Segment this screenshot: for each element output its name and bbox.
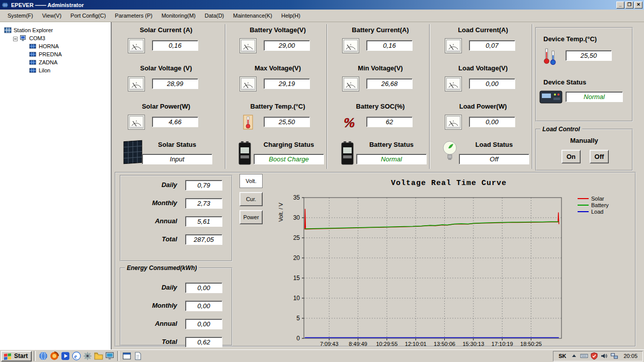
gauge-label: Solar Current (A) bbox=[117, 26, 215, 34]
start-button[interactable]: Start bbox=[1, 351, 32, 361]
menu-maintenance[interactable]: Maintenance(K) bbox=[228, 11, 277, 21]
gauge-value-box: 29,00 bbox=[264, 40, 310, 51]
svg-text:15:30:13: 15:30:13 bbox=[462, 341, 484, 346]
tree-station-label: ZADNA bbox=[39, 59, 57, 65]
tab-current[interactable]: Cur. bbox=[239, 192, 263, 206]
energy-consumed-group-label: Energy Consumed(kWh) bbox=[125, 264, 199, 272]
svg-text:13:50:06: 13:50:06 bbox=[434, 341, 455, 346]
solar-panel-icon bbox=[122, 138, 144, 167]
tree-item-predna[interactable]: PREDNA bbox=[29, 50, 62, 58]
energy-row-label: Total bbox=[125, 338, 177, 345]
language-indicator[interactable]: SK bbox=[556, 353, 568, 359]
maximize-button[interactable]: ❐ bbox=[625, 2, 633, 9]
close-button[interactable]: ✕ bbox=[634, 2, 642, 9]
document-icon[interactable] bbox=[133, 351, 142, 360]
internet-explorer-icon[interactable]: e bbox=[72, 351, 81, 360]
menu-port-config[interactable]: Port Config(C) bbox=[66, 11, 110, 21]
device-icon bbox=[539, 90, 562, 104]
tree-station-label: HORNA bbox=[39, 43, 59, 49]
svg-text:10: 10 bbox=[293, 295, 300, 302]
menu-bar: System(F) View(V) Port Config(C) Paramet… bbox=[0, 10, 644, 22]
energy-value: 0,00 bbox=[186, 319, 222, 329]
menu-data[interactable]: Data(D) bbox=[200, 11, 229, 21]
load-column: Load Current(A) 0,07 Load Voltage(V) 0,0… bbox=[434, 22, 532, 171]
gauge-label: Battery SOC(%) bbox=[331, 103, 430, 110]
station-explorer-icon bbox=[4, 27, 12, 34]
tab-volt[interactable]: Volt. bbox=[239, 174, 263, 188]
tree-item-horna[interactable]: HORNA bbox=[29, 42, 59, 50]
energy-row-label: Annual bbox=[125, 217, 177, 225]
gauge-value-box: 0,00 bbox=[469, 117, 515, 127]
taskbar-separator bbox=[117, 351, 119, 361]
gauge-value-box: 0,16 bbox=[152, 40, 198, 51]
menu-view[interactable]: View(V) bbox=[38, 11, 66, 21]
meter-icon bbox=[128, 115, 145, 130]
gauge-value-box: 29,19 bbox=[264, 78, 310, 89]
gauge-value: 0,16 bbox=[152, 41, 198, 50]
gauge-value: 0,00 bbox=[469, 117, 515, 127]
energy-value: 0,00 bbox=[186, 283, 222, 293]
gauge-value: 28,99 bbox=[152, 79, 198, 88]
meter-icon bbox=[128, 76, 145, 92]
legend-label: Solar bbox=[591, 196, 604, 202]
firefox-icon[interactable] bbox=[50, 351, 59, 360]
gauge-value: 4,66 bbox=[152, 117, 198, 127]
tree-item-lilon[interactable]: Lilon bbox=[29, 66, 50, 74]
svg-text:10:29:55: 10:29:55 bbox=[376, 341, 397, 346]
battery-icon bbox=[336, 138, 358, 167]
tab-power[interactable]: Power bbox=[239, 210, 263, 224]
security-shield-icon[interactable] bbox=[590, 352, 598, 360]
collapse-expander-icon[interactable] bbox=[13, 36, 18, 41]
meter-icon bbox=[239, 38, 257, 53]
energy-row-label: Monthly bbox=[125, 302, 177, 309]
energy-value-box: 0,00 bbox=[185, 283, 222, 293]
menu-monitoring[interactable]: Monitoring(M) bbox=[157, 11, 200, 21]
gauge-value: 0,16 bbox=[367, 41, 412, 50]
menu-system[interactable]: System(F) bbox=[3, 11, 38, 21]
media-player-icon[interactable] bbox=[61, 351, 70, 360]
device-status-box: Normal bbox=[566, 92, 623, 102]
load-on-button[interactable]: On bbox=[561, 150, 581, 163]
menu-parameters[interactable]: Parameters (P) bbox=[110, 11, 157, 21]
minimize-button[interactable]: _ bbox=[616, 2, 624, 9]
energy-value-box: 0,62 bbox=[185, 337, 222, 347]
gauge-value-box: 0,07 bbox=[469, 40, 515, 51]
menu-help[interactable]: Help(H) bbox=[277, 11, 305, 21]
volume-icon[interactable] bbox=[600, 352, 608, 360]
status-box: Off bbox=[459, 154, 529, 164]
hidden-icons-arrow[interactable] bbox=[570, 352, 578, 360]
svg-text:5: 5 bbox=[296, 315, 300, 322]
tree-root-station-explorer[interactable]: Station Explorer bbox=[4, 26, 53, 34]
tree-item-com3[interactable]: COM3 bbox=[13, 34, 45, 42]
folder-icon[interactable] bbox=[94, 351, 103, 360]
keyboard-icon[interactable] bbox=[580, 352, 588, 360]
browser-globe-icon[interactable] bbox=[39, 351, 48, 360]
tree-item-zadna[interactable]: ZADNA bbox=[29, 58, 57, 66]
meter-icon bbox=[445, 76, 462, 92]
energy-row: Monthly 2,73 bbox=[121, 198, 231, 209]
windows-logo-icon bbox=[4, 352, 12, 360]
settings-gear-icon[interactable] bbox=[83, 351, 92, 360]
status-label: Charging Status bbox=[254, 141, 324, 148]
gauge-value-box: 4,66 bbox=[152, 117, 198, 127]
gauge-label: Solar Voltage (V) bbox=[117, 64, 215, 72]
app-window-icon[interactable] bbox=[122, 351, 131, 360]
device-panel: Device Temp.(°C) 25,50 Device Status Nor… bbox=[535, 22, 635, 171]
gauge-value: 62 bbox=[367, 117, 412, 127]
energy-row-label: Monthly bbox=[125, 199, 177, 207]
thermometer-icon bbox=[239, 115, 257, 130]
load-off-button[interactable]: Off bbox=[590, 150, 609, 163]
tree-root-label: Station Explorer bbox=[14, 27, 53, 33]
meter-icon bbox=[128, 38, 145, 53]
meter-icon bbox=[342, 38, 359, 53]
gauge-value-box: 25,50 bbox=[264, 117, 310, 127]
svg-text:25: 25 bbox=[293, 234, 300, 241]
network-icon[interactable] bbox=[610, 352, 618, 360]
taskbar: Start e SK 20:05 bbox=[0, 349, 644, 362]
svg-text:0: 0 bbox=[296, 335, 300, 342]
svg-text:12:10:01: 12:10:01 bbox=[405, 341, 427, 346]
gauge-label: Battery Current(A) bbox=[331, 26, 430, 34]
legend-item: Battery bbox=[578, 202, 609, 208]
show-desktop-icon[interactable] bbox=[105, 351, 114, 360]
energy-value: 287,05 bbox=[186, 235, 222, 244]
